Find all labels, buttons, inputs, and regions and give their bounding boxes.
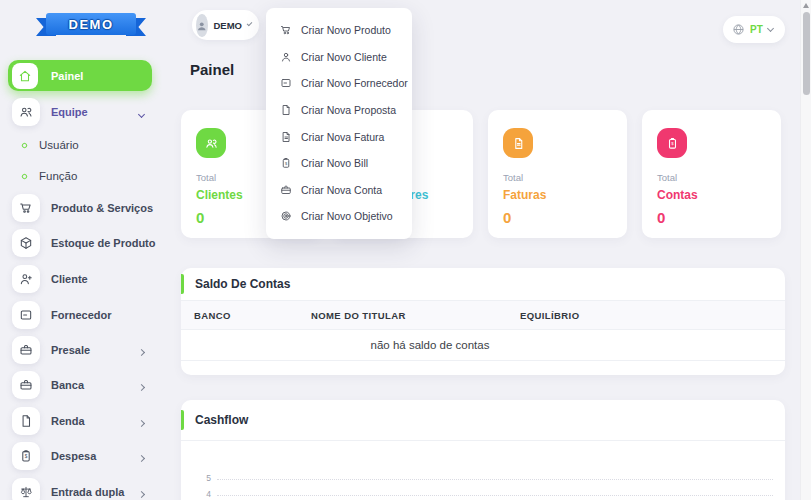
sidebar-item-label: Equipe bbox=[51, 106, 88, 118]
sidebar-item-renda[interactable]: Renda bbox=[8, 407, 158, 435]
cashflow-panel-header: Cashflow bbox=[181, 400, 785, 440]
briefcase-icon bbox=[12, 371, 40, 399]
cart-icon bbox=[280, 24, 292, 36]
column-header-titular: NOME DO TITULAR bbox=[311, 310, 406, 321]
menu-item-criar-novo-fornecedor[interactable]: Criar Novo Fornecedor bbox=[266, 70, 412, 97]
sidebar: DEMO Painel Equipe Usuário Função bbox=[0, 0, 165, 500]
sidebar-item-label: Produto & Serviços bbox=[51, 202, 153, 214]
note-icon bbox=[12, 301, 40, 329]
sidebar-item-fornecedor[interactable]: Fornecedor bbox=[8, 301, 158, 329]
sidebar-item-equipe[interactable]: Equipe bbox=[8, 98, 158, 126]
clipboard-dollar-icon: $ bbox=[12, 442, 40, 470]
users-icon bbox=[12, 98, 40, 126]
chevron-right-icon bbox=[139, 483, 144, 500]
y-axis-tick: 5 bbox=[189, 473, 211, 483]
app-logo[interactable]: DEMO bbox=[36, 12, 146, 38]
gridline bbox=[217, 495, 773, 496]
chevron-down-icon bbox=[247, 21, 253, 27]
chevron-right-icon bbox=[139, 412, 144, 430]
menu-item-label: Criar Novo Fornecedor bbox=[301, 77, 408, 89]
chevron-right-icon bbox=[139, 376, 144, 394]
sidebar-item-label: Fornecedor bbox=[51, 309, 112, 321]
stat-card-contas: $ Total Contas 0 bbox=[642, 110, 781, 238]
accent-bar bbox=[181, 274, 184, 294]
sidebar-item-entrada-dupla[interactable]: Entrada dupla bbox=[8, 478, 158, 500]
stat-value: 0 bbox=[657, 209, 766, 226]
sidebar-item-label: Despesa bbox=[51, 450, 96, 462]
stat-prefix: Total bbox=[657, 172, 766, 183]
globe-icon bbox=[732, 23, 745, 36]
language-label: PT bbox=[750, 24, 763, 35]
scrollbar-thumb[interactable] bbox=[803, 12, 810, 95]
balance-table-empty-row: não há saldo de contas bbox=[181, 330, 785, 361]
menu-item-criar-novo-produto[interactable]: Criar Novo Produto bbox=[266, 17, 412, 44]
home-icon bbox=[12, 63, 38, 89]
sidebar-item-estoque[interactable]: Estoque de Produto bbox=[8, 229, 158, 257]
menu-item-label: Criar Novo Cliente bbox=[301, 51, 387, 63]
column-header-banco: BANCO bbox=[194, 310, 231, 321]
cashflow-panel-title: Cashflow bbox=[195, 413, 248, 427]
users-icon bbox=[196, 128, 226, 158]
menu-item-criar-novo-cliente[interactable]: Criar Novo Cliente bbox=[266, 44, 412, 71]
menu-item-label: Criar Novo Objetivo bbox=[301, 210, 393, 222]
clipboard-dollar-icon: $ bbox=[657, 128, 687, 158]
user-icon bbox=[280, 51, 292, 63]
svg-text:$: $ bbox=[285, 161, 288, 166]
scroll-up-arrow-icon[interactable] bbox=[803, 3, 809, 8]
language-selector[interactable]: PT bbox=[723, 16, 785, 43]
diamond-bullet-icon bbox=[21, 172, 28, 179]
menu-item-label: Criar Nova Conta bbox=[301, 184, 382, 196]
menu-item-label: Criar Novo Bill bbox=[301, 157, 368, 169]
sidebar-item-banca[interactable]: Banca bbox=[8, 371, 158, 399]
menu-item-criar-nova-proposta[interactable]: Criar Nova Proposta bbox=[266, 97, 412, 124]
briefcase-icon bbox=[12, 336, 40, 364]
user-menu-button[interactable]: DEMO bbox=[192, 10, 259, 40]
empty-message: não há saldo de contas bbox=[371, 339, 490, 351]
file-icon bbox=[12, 407, 40, 435]
sidebar-item-usuario[interactable]: Usuário bbox=[22, 133, 152, 157]
sidebar-item-label: Estoque de Produto bbox=[51, 237, 156, 249]
sidebar-item-label: Presale bbox=[51, 344, 90, 356]
menu-item-criar-nova-fatura[interactable]: Criar Nova Fatura bbox=[266, 123, 412, 150]
file-text-icon bbox=[280, 131, 292, 143]
stat-card-faturas: Total Faturas 0 bbox=[488, 110, 627, 238]
y-axis-tick: 4 bbox=[189, 489, 211, 499]
briefcase-icon bbox=[280, 184, 292, 196]
stat-value: 0 bbox=[503, 209, 612, 226]
sidebar-item-funcao[interactable]: Função bbox=[22, 164, 152, 188]
sidebar-item-label: Renda bbox=[51, 415, 85, 427]
chevron-down-icon bbox=[767, 24, 774, 31]
sidebar-item-painel[interactable]: Painel bbox=[8, 60, 152, 91]
sidebar-item-produto-servicos[interactable]: Produto & Serviços bbox=[8, 194, 158, 222]
note-icon bbox=[280, 77, 292, 89]
avatar bbox=[196, 14, 208, 37]
accent-bar bbox=[181, 410, 184, 430]
clipboard-dollar-icon: $ bbox=[280, 157, 292, 169]
svg-text:$: $ bbox=[25, 454, 28, 459]
sidebar-item-despesa[interactable]: $ Despesa bbox=[8, 442, 158, 470]
sidebar-item-label: Banca bbox=[51, 379, 84, 391]
stat-label: Faturas bbox=[503, 188, 612, 202]
balance-panel-title: Saldo De Contas bbox=[195, 277, 290, 291]
package-icon bbox=[12, 229, 40, 257]
menu-item-criar-novo-bill[interactable]: $ Criar Novo Bill bbox=[266, 150, 412, 177]
sidebar-item-label: Painel bbox=[51, 70, 83, 82]
sidebar-item-label: Entrada dupla bbox=[51, 486, 124, 498]
create-new-dropdown: Criar Novo Produto Criar Novo Cliente Cr… bbox=[266, 8, 412, 239]
balance-table-header: BANCO NOME DO TITULAR EQUILÍBRIO bbox=[181, 300, 785, 330]
menu-item-criar-novo-objetivo[interactable]: Criar Novo Objetivo bbox=[266, 203, 412, 230]
menu-item-label: Criar Nova Fatura bbox=[301, 131, 384, 143]
sidebar-item-cliente[interactable]: Cliente bbox=[8, 265, 158, 293]
scale-icon bbox=[12, 478, 40, 500]
scrollbar[interactable] bbox=[800, 0, 811, 500]
sidebar-item-presale[interactable]: Presale bbox=[8, 336, 158, 364]
balance-panel-header: Saldo De Contas bbox=[181, 268, 785, 300]
svg-text:$: $ bbox=[671, 141, 674, 146]
menu-item-criar-nova-conta[interactable]: Criar Nova Conta bbox=[266, 177, 412, 204]
sidebar-item-label: Cliente bbox=[51, 273, 88, 285]
cashflow-chart: 5 4 bbox=[181, 440, 785, 500]
chevron-down-icon bbox=[139, 103, 144, 121]
user-plus-icon bbox=[12, 265, 40, 293]
diamond-bullet-icon bbox=[21, 141, 28, 148]
sidebar-subitem-label: Função bbox=[39, 170, 77, 182]
